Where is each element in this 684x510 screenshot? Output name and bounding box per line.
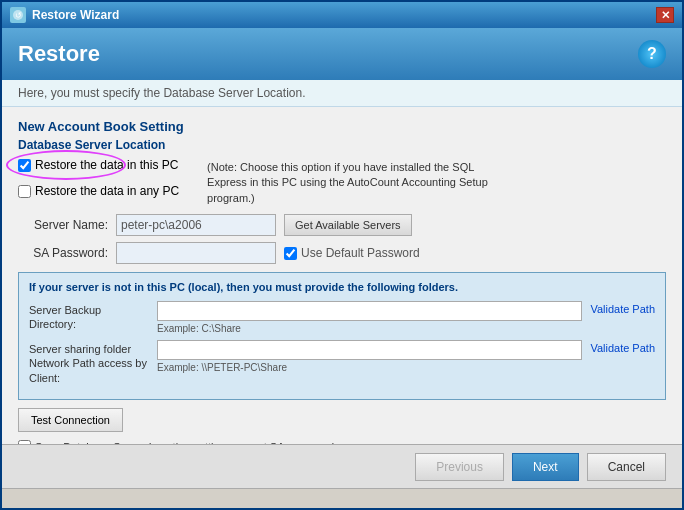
server-box-title: If your server is not in this PC (local)… xyxy=(29,281,655,293)
server-name-row: Server Name: Get Available Servers xyxy=(18,214,666,236)
test-connection-button[interactable]: Test Connection xyxy=(18,408,123,432)
sharing-folder-example: Example: \\PETER-PC\Share xyxy=(157,362,582,373)
get-servers-button[interactable]: Get Available Servers xyxy=(284,214,412,236)
sa-password-row: SA Password: Use Default Password xyxy=(18,242,666,264)
server-name-input[interactable] xyxy=(116,214,276,236)
sharing-folder-row: Server sharing folder Network Path acces… xyxy=(29,340,655,385)
restore-any-pc-label: Restore the data in any PC xyxy=(35,184,179,198)
window-title: Restore Wizard xyxy=(32,8,119,22)
restore-options-area: Restore the data in this PC Restore the … xyxy=(18,158,666,206)
sharing-folder-validate-link[interactable]: Validate Path xyxy=(590,340,655,354)
cancel-button[interactable]: Cancel xyxy=(587,453,666,481)
help-button[interactable]: ? xyxy=(638,40,666,68)
header-bar: Restore ? xyxy=(2,28,682,80)
restore-this-pc-option: Restore the data in this PC xyxy=(18,158,179,172)
restore-any-pc-checkbox[interactable] xyxy=(18,185,31,198)
backup-dir-content: Example: C:\Share xyxy=(157,301,582,334)
subtitle-bar: Here, you must specify the Database Serv… xyxy=(2,80,682,107)
svg-text:↺: ↺ xyxy=(15,11,22,20)
use-default-password-checkbox[interactable] xyxy=(284,247,297,260)
server-box: If your server is not in this PC (local)… xyxy=(18,272,666,400)
previous-button[interactable]: Previous xyxy=(415,453,504,481)
status-bar xyxy=(2,488,682,508)
wizard-icon: ↺ xyxy=(10,7,26,23)
use-default-password-label: Use Default Password xyxy=(284,246,420,260)
backup-dir-row: Server Backup Directory: Example: C:\Sha… xyxy=(29,301,655,334)
backup-dir-label: Server Backup Directory: xyxy=(29,301,149,332)
backup-dir-input[interactable] xyxy=(157,301,582,321)
note-text: (Note: Choose this option if you have in… xyxy=(207,158,507,206)
new-account-section-title: New Account Book Setting xyxy=(18,119,666,134)
db-server-section-title: Database Server Location xyxy=(18,138,666,152)
sa-password-label: SA Password: xyxy=(18,246,108,260)
footer: Previous Next Cancel xyxy=(2,444,682,488)
backup-dir-example: Example: C:\Share xyxy=(157,323,582,334)
restore-wizard-window: ↺ Restore Wizard ✕ Restore ? Here, you m… xyxy=(0,0,684,510)
sharing-folder-input[interactable] xyxy=(157,340,582,360)
title-bar-left: ↺ Restore Wizard xyxy=(10,7,119,23)
content-area: New Account Book Setting Database Server… xyxy=(2,107,682,444)
restore-this-pc-checkbox[interactable] xyxy=(18,159,31,172)
next-button[interactable]: Next xyxy=(512,453,579,481)
page-title: Restore xyxy=(18,41,100,67)
sharing-folder-label: Server sharing folder Network Path acces… xyxy=(29,340,149,385)
sharing-folder-content: Example: \\PETER-PC\Share xyxy=(157,340,582,373)
restore-this-pc-label: Restore the data in this PC xyxy=(35,158,178,172)
subtitle-text: Here, you must specify the Database Serv… xyxy=(18,86,305,100)
backup-dir-validate-link[interactable]: Validate Path xyxy=(590,301,655,315)
title-bar: ↺ Restore Wizard ✕ xyxy=(2,2,682,28)
close-button[interactable]: ✕ xyxy=(656,7,674,23)
server-name-label: Server Name: xyxy=(18,218,108,232)
sa-password-input[interactable] xyxy=(116,242,276,264)
